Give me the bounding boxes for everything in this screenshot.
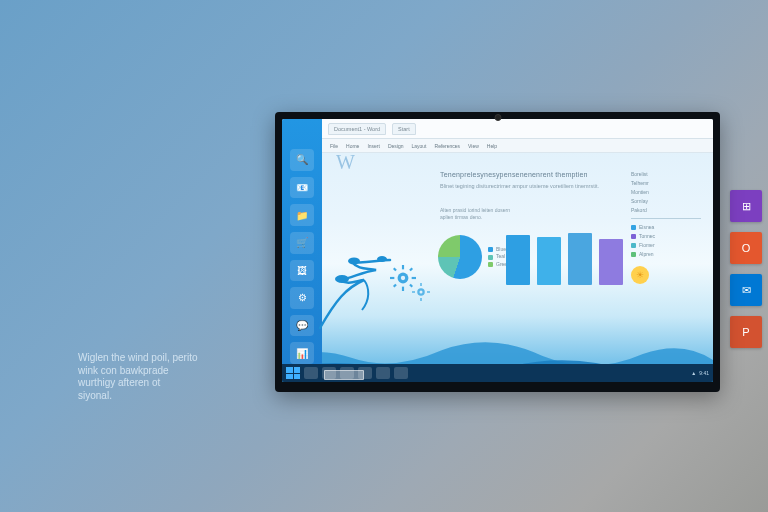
info-line: Sornlay <box>631 198 701 204</box>
desktop-blurb: Wiglen the wind poil, perito wink con ba… <box>78 352 218 402</box>
dock-item-3[interactable]: 🛒 <box>290 232 314 254</box>
divider <box>631 218 701 219</box>
pie-chart: BlueTealGreen <box>438 235 510 279</box>
legend-swatch <box>631 234 636 239</box>
page-title: Tenenprelesynesypensenenenrent themptien <box>440 171 588 178</box>
document-content: W Tenenprelesynesypensenenenrent thempti… <box>330 157 707 360</box>
office-tile[interactable]: O <box>730 232 762 264</box>
menu-item-layout[interactable]: Layout <box>412 143 427 149</box>
dock-item-1[interactable]: 📧 <box>290 177 314 199</box>
sun-badge-icon: ☀ <box>631 266 649 284</box>
apps-tile[interactable]: ⊞ <box>730 190 762 222</box>
legend-swatch <box>488 255 493 260</box>
svg-rect-17 <box>427 291 430 293</box>
blurb-line: Wiglen the wind poil, perito <box>78 352 218 365</box>
info-column: BorelistTelhemrMontienSornlayPakordEisne… <box>631 171 701 284</box>
info-line: Telhemr <box>631 180 701 186</box>
start-button[interactable] <box>286 367 300 379</box>
dock-item-2[interactable]: 📁 <box>290 204 314 226</box>
dock-item-5[interactable]: ⚙ <box>290 287 314 309</box>
dock-item-4[interactable]: 🖼 <box>290 260 314 282</box>
taskbar-item[interactable] <box>394 367 408 379</box>
side-tiles: ⊞O✉P <box>730 190 762 348</box>
dock-item-0[interactable]: 🔍 <box>290 149 314 171</box>
screen: 🔍📧📁🛒🖼⚙💬📊 Document1 - WordStart FileHomeI… <box>282 119 713 382</box>
svg-rect-6 <box>390 277 394 279</box>
body-text: Alten prasid iorind leiten dosern aplien… <box>440 207 520 220</box>
window-tab[interactable]: Document1 - Word <box>328 123 386 135</box>
info-legend-row: Alpren <box>631 251 701 257</box>
legend-swatch <box>631 243 636 248</box>
tray-clock: 9:41 <box>699 370 709 376</box>
tray-icon[interactable]: ▲ <box>691 370 696 376</box>
taskbar-preview <box>324 370 364 380</box>
svg-rect-8 <box>393 267 397 271</box>
svg-point-1 <box>348 258 360 265</box>
dock-item-6[interactable]: 💬 <box>290 315 314 337</box>
mail-tile[interactable]: ✉ <box>730 274 762 306</box>
legend-label: Tonnec <box>639 233 655 239</box>
left-dock: 🔍📧📁🛒🖼⚙💬📊 <box>282 119 322 364</box>
ppt-tile[interactable]: P <box>730 316 762 348</box>
pie-graphic <box>438 235 482 279</box>
svg-rect-4 <box>402 265 404 269</box>
svg-rect-10 <box>409 267 413 271</box>
legend-swatch <box>631 252 636 257</box>
bar <box>568 233 592 285</box>
taskbar-tray: ▲ 9:41 <box>691 370 709 376</box>
info-line: Borelist <box>631 171 701 177</box>
svg-rect-14 <box>420 283 422 286</box>
bar <box>506 235 530 285</box>
taskbar-item[interactable] <box>304 367 318 379</box>
branch-decoration <box>318 230 438 330</box>
svg-point-18 <box>420 291 423 294</box>
legend-label: Eisnea <box>639 224 654 230</box>
legend-swatch <box>488 247 493 252</box>
menu-item-insert[interactable]: Insert <box>367 143 380 149</box>
menu-item-help[interactable]: Help <box>487 143 497 149</box>
legend-label: Alpren <box>639 251 653 257</box>
svg-rect-16 <box>412 291 415 293</box>
svg-point-0 <box>335 275 349 283</box>
titlebar: Document1 - WordStart <box>322 119 713 139</box>
menu-item-design[interactable]: Design <box>388 143 404 149</box>
svg-rect-7 <box>412 277 416 279</box>
info-line: Montien <box>631 189 701 195</box>
page-subtitle: Blinet tegining disiturectrimer ampur ut… <box>440 183 630 190</box>
svg-point-12 <box>401 276 405 280</box>
info-legend-row: Fiomer <box>631 242 701 248</box>
legend-label: Blue <box>496 246 506 254</box>
gear-icon <box>412 283 430 301</box>
monitor-frame: 🔍📧📁🛒🖼⚙💬📊 Document1 - WordStart FileHomeI… <box>275 112 720 392</box>
menu-item-home[interactable]: Home <box>346 143 359 149</box>
legend-swatch <box>631 225 636 230</box>
dock-item-7[interactable]: 📊 <box>290 342 314 364</box>
menu-item-view[interactable]: View <box>468 143 479 149</box>
legend-label: Teal <box>496 253 505 261</box>
info-line: Pakord <box>631 207 701 213</box>
bar <box>599 239 623 285</box>
svg-rect-15 <box>420 298 422 301</box>
legend-label: Fiomer <box>639 242 655 248</box>
info-legend-row: Eisnea <box>631 224 701 230</box>
blurb-line: wink con bawkprade <box>78 365 218 378</box>
svg-rect-5 <box>402 287 404 291</box>
taskbar-item[interactable] <box>376 367 390 379</box>
app-watermark: W <box>336 151 355 174</box>
blurb-line: wurthigy afteren ot <box>78 377 218 390</box>
legend-swatch <box>488 262 493 267</box>
bar <box>537 237 561 285</box>
window-tab[interactable]: Start <box>392 123 416 135</box>
blurb-line: siyonal. <box>78 390 218 403</box>
menu-item-file[interactable]: File <box>330 143 338 149</box>
menu-bar: FileHomeInsertDesignLayoutReferencesView… <box>322 139 713 153</box>
bar-chart <box>506 227 623 285</box>
info-legend-row: Tonnec <box>631 233 701 239</box>
menu-item-references[interactable]: References <box>435 143 461 149</box>
svg-point-2 <box>377 256 387 262</box>
svg-rect-11 <box>393 284 397 288</box>
